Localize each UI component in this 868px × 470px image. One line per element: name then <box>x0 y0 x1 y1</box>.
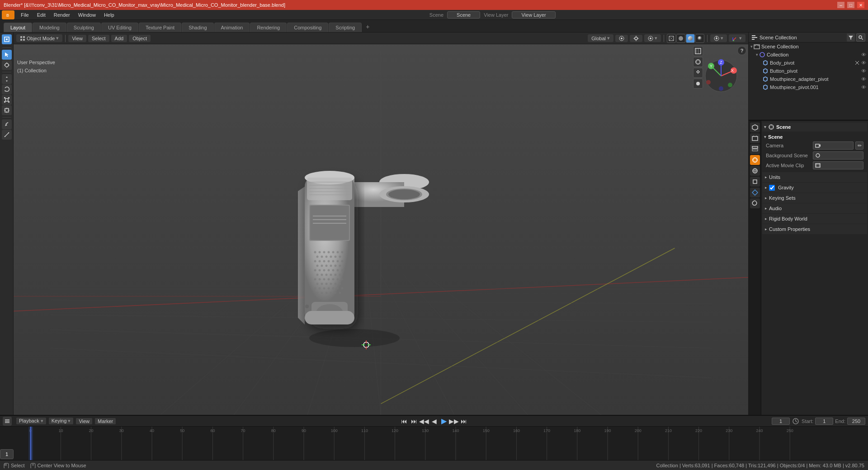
vp-tool-2[interactable] <box>693 57 703 67</box>
keying-menu[interactable]: Keying ▾ <box>49 418 74 424</box>
outliner-item-scene-collection[interactable]: ▾ Scene Collection <box>749 42 868 51</box>
tab-modeling[interactable]: Modeling <box>33 23 66 32</box>
timeline-current-frame[interactable]: 1 <box>0 449 14 459</box>
timeline-menu-btn[interactable] <box>3 417 12 426</box>
tab-scripting[interactable]: Scripting <box>329 23 362 32</box>
minimize-button[interactable]: – <box>837 2 844 8</box>
world-props-tab[interactable] <box>750 166 760 176</box>
scene-section-header[interactable]: ▾ Scene <box>762 122 867 132</box>
step-forward-btn[interactable]: ▶▶ <box>449 417 458 425</box>
proportional-btn[interactable]: ▾ <box>644 34 661 42</box>
background-scene-selector[interactable] <box>813 151 863 160</box>
marker-menu[interactable]: Marker <box>95 418 116 424</box>
menu-edit[interactable]: Edit <box>33 11 49 19</box>
solid-shade-btn[interactable] <box>676 34 685 43</box>
outliner-item-collection[interactable]: ▾ Collection 👁 <box>749 51 868 59</box>
global-selector[interactable]: Global ▾ <box>588 34 613 42</box>
collection-visibility-icon[interactable]: 👁 <box>861 52 866 57</box>
tab-compositing[interactable]: Compositing <box>287 23 328 32</box>
vp-menu-add[interactable]: Add <box>111 35 127 42</box>
clock-icon[interactable] <box>792 417 800 425</box>
rigid-body-world-section-header[interactable]: ▸ Rigid Body World <box>762 214 867 224</box>
jump-back-btn[interactable]: ◀◀ <box>420 417 429 425</box>
annotate-tool-btn[interactable] <box>2 119 12 129</box>
tab-rendering[interactable]: Rendering <box>250 23 287 32</box>
object-props-tab[interactable] <box>750 177 760 187</box>
units-section-header[interactable]: ▸ Units <box>762 172 867 182</box>
mouthpiece-pivot-vis-icon[interactable]: 👁 <box>861 85 866 90</box>
mode-icon[interactable] <box>2 34 12 44</box>
current-frame-input[interactable]: 1 <box>772 418 790 425</box>
active-movie-clip-selector[interactable] <box>813 161 863 169</box>
vp-tool-4[interactable] <box>693 79 703 89</box>
start-frame-input[interactable]: 1 <box>815 418 833 425</box>
pivot-btn[interactable] <box>615 35 628 42</box>
vp-menu-object[interactable]: Object <box>129 35 151 42</box>
help-button[interactable]: ? <box>737 46 746 55</box>
render-props-tab[interactable] <box>750 122 760 132</box>
wireframe-shade-btn[interactable] <box>667 34 676 43</box>
output-props-tab[interactable] <box>750 133 760 143</box>
view-layer-props-tab[interactable] <box>750 144 760 154</box>
tab-shading[interactable]: Shading <box>182 23 213 32</box>
end-frame-input[interactable]: 250 <box>847 418 865 425</box>
menu-file[interactable]: File <box>17 11 33 19</box>
transform-tool-btn[interactable] <box>2 105 12 115</box>
vp-menu-view[interactable]: View <box>68 35 86 42</box>
menu-help[interactable]: Help <box>100 11 118 19</box>
select-tool-btn[interactable] <box>2 50 12 60</box>
measure-tool-btn[interactable] <box>2 130 12 140</box>
cursor-tool-btn[interactable] <box>2 60 12 70</box>
mouthpiece-adapter-vis-icon[interactable]: 👁 <box>861 76 866 82</box>
button-pivot-vis-icon[interactable]: 👁 <box>861 68 866 74</box>
gravity-checkbox[interactable] <box>769 185 775 191</box>
snap-btn[interactable] <box>630 35 642 42</box>
playback-menu[interactable]: Playback ▾ <box>16 418 46 424</box>
view-menu[interactable]: View <box>76 418 92 424</box>
tab-layout[interactable]: Layout <box>4 23 32 32</box>
menu-window[interactable]: Window <box>75 11 99 19</box>
camera-edit-btn[interactable]: ✏ <box>855 141 863 150</box>
body-pivot-vis-icon[interactable]: 👁 <box>861 60 866 66</box>
blender-logo[interactable]: B <box>2 10 14 19</box>
outliner-item-mouthpiece-pivot[interactable]: Mouthpiece_pivot.001 👁 <box>749 83 868 91</box>
gizmos-btn[interactable]: ▾ <box>729 34 745 42</box>
timeline-ruler[interactable]: 0 10 20 30 40 50 60 70 80 90 1 <box>0 427 868 460</box>
scene-sub-header[interactable]: ▾ Scene <box>764 133 865 141</box>
maximize-button[interactable]: □ <box>847 2 854 8</box>
step-back-btn[interactable]: ⏭ <box>410 417 419 425</box>
gravity-section-header[interactable]: ▸ Gravity <box>762 183 867 193</box>
tab-animation[interactable]: Animation <box>214 23 250 32</box>
lookdev-shade-btn[interactable] <box>686 34 695 43</box>
viewport-canvas[interactable]: User Perspective (1) Collection X <box>14 44 748 415</box>
scale-tool-btn[interactable] <box>2 95 12 105</box>
audio-section-header[interactable]: ▸ Audio <box>762 203 867 213</box>
play-pause-btn[interactable]: ▶ <box>439 417 448 425</box>
camera-selector[interactable] <box>813 141 854 150</box>
add-workspace-button[interactable]: + <box>362 21 373 32</box>
go-to-start-btn[interactable]: ⏮ <box>400 417 409 425</box>
vp-menu-select[interactable]: Select <box>88 35 109 42</box>
overlays-btn[interactable]: ▾ <box>710 34 727 42</box>
keying-sets-section-header[interactable]: ▸ Keying Sets <box>762 193 867 203</box>
physics-props-tab[interactable] <box>750 198 760 208</box>
move-tool-btn[interactable] <box>2 74 12 84</box>
outliner-item-button-pivot[interactable]: Button_pivot 👁 <box>749 67 868 75</box>
close-button[interactable]: ✕ <box>857 2 864 8</box>
rendered-shade-btn[interactable] <box>695 34 704 43</box>
rotate-tool-btn[interactable] <box>2 85 12 94</box>
outliner-item-mouthpiece-adapter[interactable]: Mouthpiece_adapter_pivot 👁 <box>749 75 868 83</box>
outliner-search-btn[interactable] <box>856 33 865 42</box>
object-mode-selector[interactable]: Object Mode ▾ <box>16 34 62 42</box>
outliner-item-body-pivot[interactable]: Body_pivot 👁 <box>749 59 868 67</box>
scene-props-tab[interactable] <box>750 155 760 165</box>
scene-selector[interactable]: Scene <box>447 11 480 19</box>
play-back-btn[interactable]: ◀ <box>429 417 439 425</box>
modifier-props-tab[interactable] <box>750 188 760 197</box>
menu-render[interactable]: Render <box>50 11 74 19</box>
tab-texture-paint[interactable]: Texture Paint <box>139 23 181 32</box>
nav-gizmo[interactable]: X Y Z <box>703 58 739 94</box>
go-to-end-btn[interactable]: ⏭ <box>459 417 468 425</box>
custom-properties-section-header[interactable]: ▸ Custom Properties <box>762 224 867 234</box>
vp-tool-1[interactable] <box>693 46 703 56</box>
